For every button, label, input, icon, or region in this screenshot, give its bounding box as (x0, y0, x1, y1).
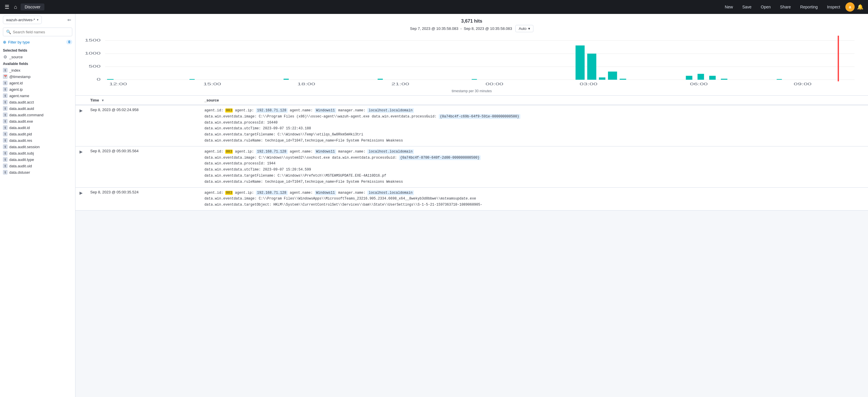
app-breadcrumb[interactable]: Discover (21, 3, 44, 10)
svg-rect-16 (608, 72, 617, 80)
available-fields-label: Available fields (0, 60, 75, 67)
sidebar: wazuh-archives-* ▾ ⇐ 🔍 ⊕ Filter by type … (0, 14, 75, 397)
svg-text:1500: 1500 (85, 38, 101, 42)
bell-icon[interactable]: 🔔 (856, 3, 865, 11)
row-expand-button[interactable]: ▶ (79, 108, 83, 113)
sidebar-item-data-audit-id[interactable]: t data.audit.id (0, 124, 75, 131)
search-icon: 🔍 (6, 30, 11, 34)
svg-text:21:00: 21:00 (392, 82, 409, 86)
field-search-box[interactable]: 🔍 (3, 28, 72, 36)
expand-col-header (75, 96, 87, 105)
svg-rect-9 (189, 79, 195, 80)
sidebar-item-data-audit-acct[interactable]: t data.audit.acct (0, 99, 75, 105)
sidebar-item-data-audit-res[interactable]: t data.audit.res (0, 137, 75, 143)
text-type-icon: t (3, 157, 7, 162)
reporting-button[interactable]: Reporting (796, 3, 822, 11)
table-row: ▶Sep 8, 2023 @ 05:02:24.958agent.id: 003… (75, 105, 868, 146)
sidebar-item-timestamp[interactable]: 📅 @timestamp (0, 73, 75, 80)
field-label: data.audit.auid (9, 106, 34, 111)
save-button[interactable]: Save (738, 3, 756, 11)
date-type-icon: 📅 (3, 74, 7, 79)
svg-rect-20 (709, 76, 716, 80)
source-col-header: _source (201, 96, 868, 105)
sidebar-item-data-audit-command[interactable]: t data.audit.command (0, 112, 75, 118)
sidebar-item-data-audit-exe[interactable]: t data.audit.exe (0, 118, 75, 124)
new-button[interactable]: New (721, 3, 737, 11)
sidebar-item-agent-ip[interactable]: t agent.ip (0, 86, 75, 93)
svg-rect-12 (472, 79, 477, 80)
field-label: agent.id (9, 81, 23, 85)
results-area: Time ▼ _source ▶Sep 8, 2023 @ 05:02:24.9… (75, 96, 868, 210)
sidebar-item-index[interactable]: t _index (0, 67, 75, 73)
home-icon[interactable]: ⌂ (13, 3, 18, 11)
field-label: data.audit.pid (9, 132, 32, 136)
source-cell: agent.id: 003 agent.ip: 192.168.71.128 a… (201, 187, 868, 210)
sidebar-item-data-audit-pid[interactable]: t data.audit.pid (0, 131, 75, 137)
svg-rect-14 (587, 54, 596, 80)
chevron-down-icon: ▾ (528, 26, 530, 31)
sidebar-item-data-audit-auid[interactable]: t data.audit.auid (0, 105, 75, 112)
sidebar-item-agent-id[interactable]: t agent.id (0, 80, 75, 86)
table-row: ▶Sep 8, 2023 @ 05:00:35.524agent.id: 003… (75, 187, 868, 210)
sidebar-item-data-audit-subj[interactable]: t data.audit.subj (0, 150, 75, 156)
chevron-down-icon: ▾ (37, 18, 39, 22)
field-label: data.audit.command (9, 113, 43, 117)
hamburger-icon[interactable]: ☰ (3, 3, 10, 11)
field-label: data.audit.session (9, 145, 40, 149)
time-col-header[interactable]: Time ▼ (87, 96, 201, 105)
time-cell: Sep 8, 2023 @ 05:00:35.564 (87, 146, 201, 187)
interval-selector[interactable]: Auto ▾ (516, 25, 533, 32)
text-type-icon: t (3, 170, 7, 174)
text-type-icon: t (3, 138, 7, 143)
svg-rect-11 (377, 79, 383, 80)
svg-text:0: 0 (97, 77, 101, 81)
inspect-button[interactable]: Inspect (823, 3, 844, 11)
histogram-svg: 1500 1000 500 0 (83, 36, 861, 88)
text-type-icon: t (3, 87, 7, 92)
svg-text:06:00: 06:00 (690, 82, 708, 86)
text-type-icon: t (3, 151, 7, 156)
sidebar-item-data-audit-session[interactable]: t data.audit.session (0, 143, 75, 150)
field-label: data.audit.id (9, 126, 30, 130)
svg-text:1000: 1000 (85, 51, 101, 55)
main-layout: wazuh-archives-* ▾ ⇐ 🔍 ⊕ Filter by type … (0, 14, 868, 397)
source-type-icon: ⊙ (3, 55, 7, 59)
open-button[interactable]: Open (757, 3, 775, 11)
selected-field-source[interactable]: ⊙ _source (0, 54, 75, 60)
field-label: _index (9, 68, 20, 72)
avatar[interactable]: a (845, 2, 855, 11)
chart-x-label: timestamp per 30 minutes (83, 89, 861, 93)
text-type-icon: t (3, 93, 7, 98)
text-type-icon: t (3, 112, 7, 117)
svg-text:18:00: 18:00 (298, 82, 315, 86)
share-button[interactable]: Share (776, 3, 795, 11)
source-cell: agent.id: 003 agent.ip: 192.168.71.128 a… (201, 105, 868, 146)
selected-fields-label: Selected fields (0, 47, 75, 54)
sidebar-item-data-audit-uid[interactable]: t data.audit.uid (0, 163, 75, 169)
field-label: data.audit.res (9, 138, 32, 143)
svg-rect-15 (599, 77, 606, 80)
sidebar-item-agent-name[interactable]: t agent.name (0, 93, 75, 99)
svg-text:09:00: 09:00 (794, 82, 812, 86)
svg-text:15:00: 15:00 (203, 82, 221, 86)
index-pattern-label: wazuh-archives-* (6, 18, 35, 22)
source-cell: agent.id: 003 agent.ip: 192.168.71.128 a… (201, 146, 868, 187)
collapse-sidebar-button[interactable]: ⇐ (66, 16, 72, 23)
filter-by-type-button[interactable]: Filter by type (8, 40, 30, 44)
sidebar-item-data-audit-type[interactable]: t data.audit.type (0, 156, 75, 163)
field-label: data.audit.uid (9, 164, 32, 168)
sidebar-items: Selected fields ⊙ _source Available fiel… (0, 47, 75, 397)
date-range-text: Sep 7, 2023 @ 10:35:58.083 - Sep 8, 2023… (410, 26, 512, 31)
text-type-icon: t (3, 100, 7, 104)
row-expand-button[interactable]: ▶ (79, 190, 83, 196)
svg-rect-13 (576, 45, 585, 80)
index-pattern-selector[interactable]: wazuh-archives-* ▾ (3, 16, 42, 24)
time-cell: Sep 8, 2023 @ 05:00:35.524 (87, 187, 201, 210)
search-input[interactable] (13, 30, 69, 34)
row-expand-button[interactable]: ▶ (79, 149, 83, 155)
field-name: _source (9, 55, 23, 59)
sidebar-item-data-dstuser[interactable]: t data.dstuser (0, 169, 75, 175)
table-row: ▶Sep 8, 2023 @ 05:00:35.564agent.id: 003… (75, 146, 868, 187)
svg-rect-8 (107, 79, 114, 80)
svg-rect-19 (698, 74, 704, 80)
